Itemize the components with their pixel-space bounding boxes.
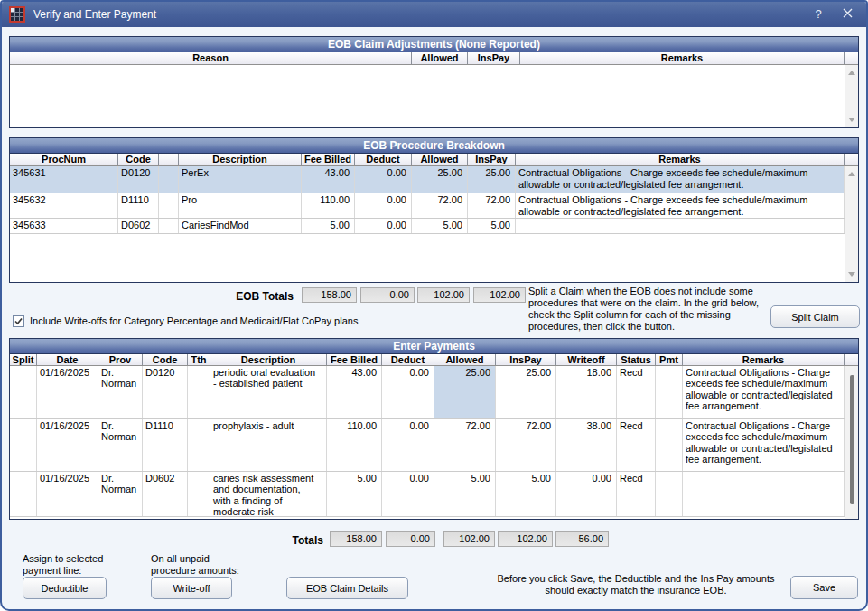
cell-status[interactable]: Recd — [617, 366, 656, 418]
writeoffs-checkbox[interactable] — [13, 315, 24, 327]
cell-deduct[interactable]: 0.00 — [355, 166, 412, 193]
cell-code[interactable]: D0602 — [118, 219, 159, 233]
breakdown-row-3[interactable]: 345633 D0602 CariesFindMod 5.00 0.00 5.0… — [10, 219, 845, 234]
col-header-inspay: InsPay — [468, 52, 520, 64]
cell-tth[interactable] — [188, 472, 210, 516]
cell-allowed[interactable]: 72.00 — [434, 419, 496, 471]
cell-procnum[interactable]: 345633 — [10, 219, 118, 233]
cell-procnum[interactable]: 345631 — [10, 166, 118, 193]
cell-remarks[interactable]: Contractual Obligations - Charge exceeds… — [516, 193, 845, 218]
col-header-description: Description — [179, 154, 302, 165]
cell-allowed[interactable]: 25.00 — [412, 166, 468, 193]
cell-description[interactable]: periodic oral evaluation - established p… — [210, 366, 327, 418]
cell-inspay[interactable]: 72.00 — [496, 419, 556, 471]
cell-code[interactable]: D0120 — [118, 166, 159, 193]
cell-pmt[interactable] — [656, 366, 683, 418]
cell-fee-billed[interactable]: 5.00 — [302, 219, 355, 233]
cell-fee-billed[interactable]: 43.00 — [302, 166, 355, 193]
cell-allowed[interactable]: 5.00 — [412, 219, 468, 233]
cell-inspay[interactable]: 5.00 — [496, 472, 556, 516]
col-header-pmt: Pmt — [656, 354, 683, 365]
breakdown-row-2[interactable]: 345632 D1110 Pro 110.00 0.00 72.00 72.00… — [10, 193, 845, 219]
cell-writeoff[interactable]: 0.00 — [556, 472, 617, 516]
cell-status[interactable]: Recd — [617, 419, 656, 471]
cell-pmt[interactable] — [656, 472, 683, 516]
cell-status[interactable]: Recd — [617, 472, 656, 516]
cell-remarks[interactable] — [516, 219, 845, 233]
cell-tth[interactable] — [188, 366, 210, 418]
app-icon — [9, 6, 25, 23]
breakdown-scrollbar[interactable] — [845, 166, 858, 282]
cell-deduct[interactable]: 0.00 — [355, 193, 412, 218]
cell-split[interactable] — [10, 472, 37, 516]
scroll-down-icon[interactable] — [845, 268, 858, 281]
save-button[interactable]: Save — [790, 576, 858, 599]
cell-description[interactable]: prophylaxis - adult — [210, 419, 327, 471]
cell-prov[interactable]: Dr. Norman — [98, 419, 143, 471]
scroll-up-icon[interactable] — [845, 66, 858, 80]
cell-deduct[interactable]: 0.00 — [382, 472, 434, 516]
col-header-date: Date — [37, 354, 98, 365]
adjustments-scrollbar[interactable] — [845, 65, 858, 127]
cell-blank[interactable] — [159, 193, 179, 218]
cell-code[interactable]: D0602 — [143, 472, 188, 516]
payments-row-3[interactable]: 01/16/2025 Dr. Norman D0602 caries risk … — [10, 472, 845, 517]
cell-date[interactable]: 01/16/2025 — [37, 366, 98, 418]
write-off-button[interactable]: Write-off — [151, 577, 232, 599]
cell-prov[interactable]: Dr. Norman — [98, 366, 143, 418]
cell-blank[interactable] — [159, 166, 179, 193]
cell-description[interactable]: Pro — [179, 193, 302, 218]
cell-fee-billed[interactable]: 5.00 — [327, 472, 382, 516]
cell-date[interactable]: 01/16/2025 — [37, 472, 98, 516]
eob-claim-details-button[interactable]: EOB Claim Details — [286, 577, 408, 599]
cell-inspay[interactable]: 25.00 — [496, 366, 556, 418]
payments-row-1[interactable]: 01/16/2025 Dr. Norman D0120 periodic ora… — [10, 366, 845, 419]
col-header-reason: Reason — [10, 52, 412, 64]
cell-remarks[interactable]: Contractual Obligations - Charge exceeds… — [683, 366, 845, 418]
cell-fee-billed[interactable]: 110.00 — [327, 419, 382, 471]
cell-remarks[interactable]: Contractual Obligations - Charge exceeds… — [516, 166, 845, 193]
cell-remarks[interactable]: Contractual Obligations - Charge exceeds… — [683, 419, 845, 471]
cell-description[interactable]: caries risk assessment and documentation… — [210, 472, 327, 516]
cell-fee-billed[interactable]: 43.00 — [327, 366, 382, 418]
cell-deduct[interactable]: 0.00 — [355, 219, 412, 233]
cell-allowed[interactable]: 5.00 — [434, 472, 496, 516]
cell-fee-billed[interactable]: 110.00 — [302, 193, 355, 218]
writeoffs-checkbox-label: Include Write-offs for Category Percenta… — [30, 315, 358, 326]
cell-writeoff[interactable]: 18.00 — [556, 366, 617, 418]
cell-date[interactable]: 01/16/2025 — [37, 419, 98, 471]
deductible-button[interactable]: Deductible — [23, 577, 107, 599]
cell-inspay[interactable]: 5.00 — [468, 219, 516, 233]
scrollbar-thumb[interactable] — [850, 375, 854, 504]
cell-split[interactable] — [10, 366, 37, 418]
scroll-down-icon[interactable] — [845, 113, 858, 127]
cell-description[interactable]: PerEx — [179, 166, 302, 193]
cell-pmt[interactable] — [656, 419, 683, 471]
cell-description[interactable]: CariesFindMod — [179, 219, 302, 233]
payments-row-2[interactable]: 01/16/2025 Dr. Norman D1110 prophylaxis … — [10, 419, 845, 472]
payments-scrollbar[interactable] — [845, 366, 858, 519]
cell-deduct[interactable]: 0.00 — [382, 419, 434, 471]
split-claim-button[interactable]: Split Claim — [770, 306, 860, 328]
cell-procnum[interactable]: 345632 — [10, 193, 118, 218]
cell-deduct[interactable]: 0.00 — [382, 366, 434, 418]
cell-tth[interactable] — [188, 419, 210, 471]
cell-allowed[interactable]: 72.00 — [412, 193, 468, 218]
cell-inspay[interactable]: 72.00 — [468, 193, 516, 218]
cell-split[interactable] — [10, 419, 37, 471]
breakdown-row-1[interactable]: 345631 D0120 PerEx 43.00 0.00 25.00 25.0… — [10, 166, 845, 193]
cell-code[interactable]: D1110 — [118, 193, 159, 218]
cell-blank[interactable] — [159, 219, 179, 233]
scroll-up-icon[interactable] — [845, 167, 858, 181]
help-button[interactable]: ? — [810, 7, 826, 21]
col-header-fee-billed: Fee Billed — [327, 354, 382, 365]
cell-remarks[interactable] — [683, 472, 845, 516]
cell-inspay[interactable]: 25.00 — [468, 166, 516, 193]
cell-prov[interactable]: Dr. Norman — [98, 472, 143, 516]
cell-allowed-selected[interactable]: 25.00 — [434, 366, 496, 418]
cell-code[interactable]: D0120 — [143, 366, 188, 418]
cell-code[interactable]: D1110 — [143, 419, 188, 471]
cell-writeoff[interactable]: 38.00 — [556, 419, 617, 471]
col-header-allowed: Allowed — [412, 154, 468, 165]
close-icon[interactable] — [839, 7, 855, 21]
